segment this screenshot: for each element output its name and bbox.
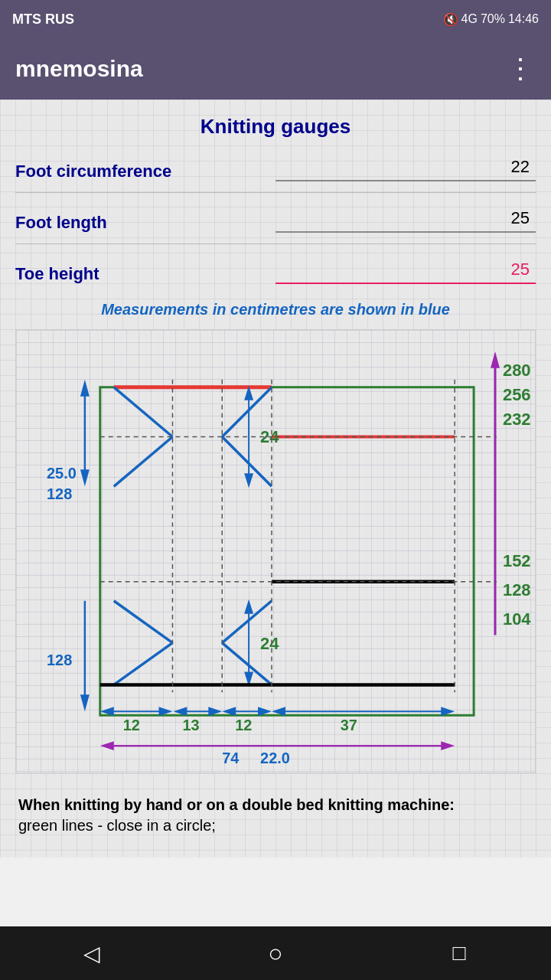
label-280: 280 bbox=[503, 361, 531, 380]
diagram-container: 280 256 232 152 128 104 25.0 128 128 bbox=[15, 329, 536, 773]
label-24-bot: 24 bbox=[260, 634, 279, 653]
foot-circumference-label: Foot circumference bbox=[15, 162, 230, 181]
divider-2 bbox=[15, 243, 536, 244]
recent-button[interactable]: □ bbox=[436, 930, 482, 976]
app-bar: mnemosina ⋮ bbox=[0, 38, 551, 100]
label-22-0: 22.0 bbox=[260, 750, 290, 766]
carrier-text: MTS RUS bbox=[12, 11, 74, 28]
toe-height-label: Toe height bbox=[15, 264, 230, 284]
app-title: mnemosina bbox=[15, 56, 143, 82]
measurement-note: Measurements in centimetres are shown in… bbox=[15, 301, 536, 318]
diagram-svg: 280 256 232 152 128 104 25.0 128 128 bbox=[16, 330, 535, 773]
nav-bar: ◁ ○ □ bbox=[0, 926, 551, 980]
section-title: Knitting gauges bbox=[15, 115, 536, 139]
mute-icon: 🔇 bbox=[443, 12, 458, 27]
divider-1 bbox=[15, 192, 536, 193]
label-128-left-top: 128 bbox=[47, 485, 72, 502]
recent-icon: □ bbox=[453, 941, 466, 965]
label-74: 74 bbox=[222, 750, 239, 766]
foot-length-input[interactable] bbox=[276, 205, 536, 233]
home-icon: ○ bbox=[268, 939, 282, 968]
toe-height-input[interactable] bbox=[276, 256, 536, 284]
back-icon: ◁ bbox=[83, 941, 100, 966]
label-256: 256 bbox=[503, 385, 531, 404]
label-232: 232 bbox=[503, 410, 531, 429]
foot-circumference-row: Foot circumference bbox=[15, 154, 536, 185]
foot-circumference-input[interactable] bbox=[276, 154, 536, 181]
label-13: 13 bbox=[182, 717, 199, 733]
status-bar: MTS RUS 🔇 4G 70% 14:46 bbox=[0, 0, 551, 38]
label-128-left-bottom: 128 bbox=[47, 652, 72, 668]
label-152: 152 bbox=[503, 551, 531, 570]
bottom-line1-bold: When knitting by hand or on a double bed… bbox=[18, 796, 455, 813]
bottom-line2: green lines - close in a circle; bbox=[18, 817, 533, 835]
bottom-text: When knitting by hand or on a double bed… bbox=[15, 789, 536, 842]
label-37: 37 bbox=[341, 717, 357, 733]
menu-dots-icon: ⋮ bbox=[507, 53, 536, 85]
label-104: 104 bbox=[503, 609, 531, 629]
label-12-1: 12 bbox=[123, 717, 140, 733]
menu-button[interactable]: ⋮ bbox=[507, 53, 536, 85]
main-content: Knitting gauges Foot circumference Foot … bbox=[0, 100, 551, 858]
bottom-line1: When knitting by hand or on a double bed… bbox=[18, 796, 533, 814]
battery-text: 70% bbox=[481, 12, 505, 26]
label-25-0: 25.0 bbox=[47, 465, 77, 482]
back-button[interactable]: ◁ bbox=[69, 930, 115, 976]
time-text: 14:46 bbox=[508, 12, 539, 26]
label-128: 128 bbox=[503, 580, 531, 599]
label-12-2: 12 bbox=[235, 717, 252, 733]
foot-length-label: Foot length bbox=[15, 213, 230, 233]
status-right: 🔇 4G 70% 14:46 bbox=[443, 12, 539, 27]
signal-text: 4G bbox=[461, 12, 478, 26]
toe-height-row: Toe height bbox=[15, 256, 536, 287]
foot-length-row: Foot length bbox=[15, 205, 536, 236]
home-button[interactable]: ○ bbox=[253, 930, 298, 976]
